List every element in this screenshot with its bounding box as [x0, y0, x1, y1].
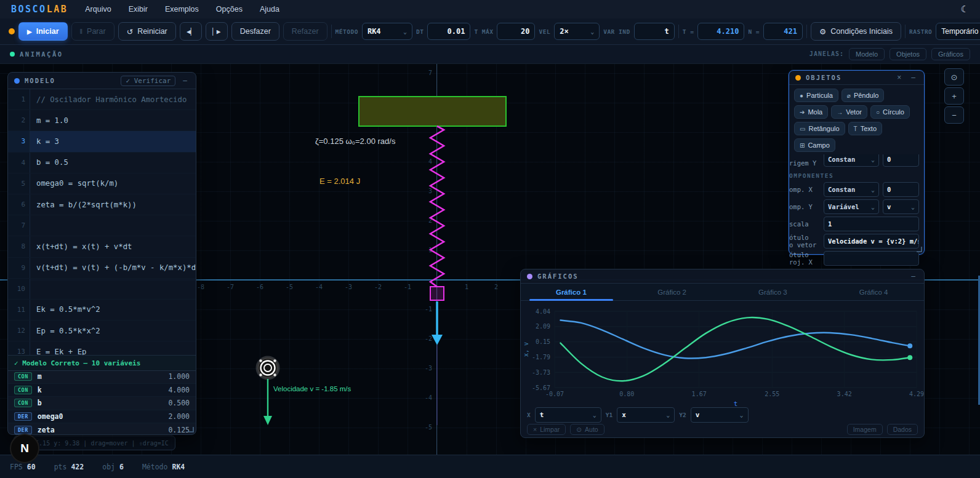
pause-icon: ‖ [80, 28, 83, 35]
verificar-button[interactable]: ✓ Verificar [121, 76, 175, 86]
rastro-select[interactable]: Temporário ⌄ [936, 23, 980, 40]
círculo-icon: ○ [876, 109, 880, 116]
janelas-button-modelo[interactable]: Modelo [849, 48, 885, 60]
y2-axis-select[interactable]: v ⌄ [691, 407, 749, 423]
tool-button-campo[interactable]: ⊞Campo [794, 138, 835, 152]
x-axis-select[interactable]: t ⌄ [535, 407, 601, 423]
janelas-button-objetos[interactable]: Objetos [890, 48, 926, 60]
tmax-label: T MÁX [474, 28, 493, 35]
comp-y-type-select[interactable]: Variável ⌄ [824, 199, 879, 214]
objetos-minimize-button[interactable]: – [909, 73, 918, 82]
tool-button-vetor[interactable]: →Vetor [831, 105, 867, 119]
code-line[interactable]: 13E = Ek + Ep [8, 341, 196, 355]
tool-button-retângulo[interactable]: ▭Retângulo [794, 122, 845, 135]
code-line-number: 2 [8, 110, 30, 130]
spring-mola[interactable] [430, 126, 444, 287]
code-line[interactable]: 12Ep = 0.5*k*x^2 [8, 321, 196, 341]
fixed-support-rectangle[interactable] [359, 97, 506, 126]
comp-x-input[interactable]: 0 [883, 182, 919, 197]
tab-grafico-2[interactable]: Gráfico 2 [622, 284, 723, 300]
janelas-button-gráficos[interactable]: Gráficos [931, 48, 970, 60]
varind-input[interactable]: t [634, 23, 675, 40]
reset-view-button[interactable]: ⊙ [944, 68, 964, 86]
menu-item-opções[interactable]: Opções [216, 5, 243, 14]
comp-x-row: omp. X Constan ⌄ 0 [789, 181, 924, 198]
tab-grafico-3[interactable]: Gráfico 3 [723, 284, 824, 300]
code-line[interactable]: 4b = 0.5 [8, 153, 196, 173]
menu-item-arquivo[interactable]: Arquivo [85, 5, 111, 14]
tool-button-mola[interactable]: ➔Mola [794, 105, 828, 119]
tab-grafico-4[interactable]: Gráfico 4 [823, 284, 924, 300]
tab-grafico-1[interactable]: Gráfico 1 [521, 284, 622, 300]
comp-x-label: omp. X [789, 186, 820, 193]
limpar-button[interactable]: × Limpar [527, 424, 566, 435]
code-line[interactable]: 9v(t+dt) = v(t) + (-b/m*v - k/m*x)*dt [8, 258, 196, 279]
comp-y-var-select[interactable]: v ⌄ [883, 199, 919, 214]
metodo-status-label: Método [142, 463, 168, 471]
code-line[interactable]: 11Ek = 0.5*m*v^2 [8, 300, 196, 321]
code-line[interactable]: 7 [8, 215, 196, 236]
tool-button-círculo[interactable]: ○Círculo [870, 105, 910, 119]
iniciar-button[interactable]: ▶ Iniciar [18, 22, 68, 41]
code-line[interactable]: 3k = 3 [8, 131, 196, 152]
zoom-in-button[interactable]: + [944, 87, 964, 105]
theme-toggle-moon-icon[interactable]: ☾ [961, 4, 969, 15]
dados-button[interactable]: Dados [887, 424, 918, 435]
origem-y-type-select[interactable]: Constan ⌄ [824, 154, 879, 167]
tool-button-pêndulo[interactable]: ⌀Pêndulo [841, 89, 884, 102]
graficos-dot [527, 274, 532, 279]
rotulo-proj-label-line1: ótulo [789, 251, 809, 258]
graficos-header[interactable]: GRÁFICOS – [521, 269, 924, 284]
vel-select[interactable]: 2× ⌄ [554, 23, 600, 40]
particle-wheel[interactable] [257, 357, 278, 378]
dt-input[interactable]: 0.01 [427, 23, 470, 40]
comp-x-type-value: Constan [828, 186, 855, 193]
comp-x-type-select[interactable]: Constan ⌄ [824, 182, 879, 197]
refazer-button[interactable]: Refazer [283, 22, 327, 41]
resize-grip[interactable] [917, 247, 922, 252]
condicoes-iniciais-button[interactable]: ⚙ Condições Iniciais [811, 22, 901, 41]
tmax-input[interactable]: 20 [497, 23, 535, 40]
tool-button-texto[interactable]: TTexto [848, 122, 882, 135]
variable-badge: DER [14, 426, 32, 434]
objetos-header[interactable]: OBJETOS × – [789, 71, 924, 85]
mass-square[interactable] [430, 287, 444, 300]
code-line-number: 5 [8, 173, 30, 194]
rotulo-proj-input[interactable] [824, 251, 919, 266]
zoom-out-button[interactable]: − [944, 106, 964, 124]
auto-button[interactable]: ⊙ Auto [570, 424, 604, 435]
metodo-select[interactable]: RK4 ⌄ [362, 23, 412, 40]
desfazer-button[interactable]: Desfazer [231, 22, 279, 41]
objetos-close-button[interactable]: × [894, 73, 904, 82]
code-line[interactable]: 5omega0 = sqrt(k/m) [8, 173, 196, 194]
code-editor[interactable]: 1// Oscilador Harmônico Amortecido2m = 1… [8, 89, 196, 355]
origem-y-input[interactable]: 0 [883, 154, 919, 167]
chart-x-tick-label: 1.67 [692, 391, 707, 397]
rastro-value: Temporário [941, 27, 978, 36]
imagem-button[interactable]: Imagem [847, 424, 883, 435]
code-line[interactable]: 8x(t+dt) = x(t) + v*dt [8, 236, 196, 257]
reiniciar-button[interactable]: ↺ Reiniciar [118, 22, 176, 41]
code-line[interactable]: 2m = 1.0 [8, 110, 196, 131]
modelo-minimize-button[interactable]: – [180, 76, 190, 85]
parar-button[interactable]: ‖ Parar [71, 22, 114, 41]
menu-item-exibir[interactable]: Exibir [129, 5, 148, 14]
resize-grip[interactable] [188, 427, 194, 432]
code-line[interactable]: 10 [8, 279, 196, 300]
step-back-button[interactable]: ◀▏ [180, 22, 202, 41]
tool-button-particula[interactable]: ●Particula [794, 89, 838, 102]
code-line[interactable]: 1// Oscilador Harmônico Amortecido [8, 89, 196, 110]
y1-axis-select[interactable]: x ⌄ [617, 407, 675, 423]
menu-item-ajuda[interactable]: Ajuda [260, 5, 279, 14]
pts-value: 422 [71, 463, 84, 471]
chart-x-tick-label: 3.42 [837, 391, 852, 397]
graficos-minimize-button[interactable]: – [909, 272, 918, 281]
code-line[interactable]: 6zeta = b/(2*sqrt(m*k)) [8, 194, 196, 215]
escala-input[interactable]: 1 [824, 217, 919, 231]
step-forward-button[interactable]: ▏▶ [206, 22, 228, 41]
rotulo-vetor-input[interactable]: Velocidade v = {v:2} m/s [824, 234, 919, 249]
graficos-panel: GRÁFICOS – Gráfico 1Gráfico 2Gráfico 3Gr… [520, 269, 925, 438]
menu-item-exemplos[interactable]: Exemplos [165, 5, 199, 14]
modelo-header[interactable]: MODELO ✓ Verificar – [8, 73, 196, 89]
rotulo-vetor-row: ótuloo vetor Velocidade v = {v:2} m/s [789, 233, 924, 250]
